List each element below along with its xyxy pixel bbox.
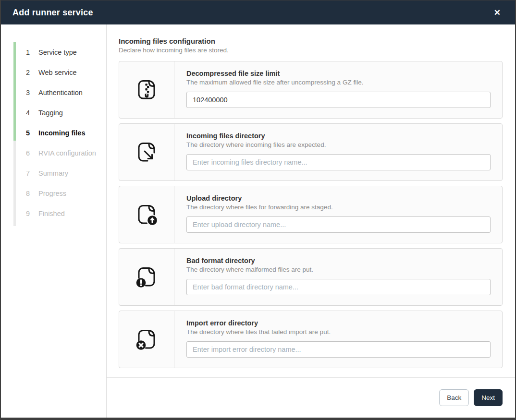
step-number: 8: [26, 190, 38, 197]
field-title: Bad format directory: [186, 257, 491, 264]
sidebar-step-service-type[interactable]: 1 Service type: [1, 42, 106, 62]
step-number: 4: [26, 109, 38, 117]
import-error-directory-input[interactable]: [186, 341, 491, 358]
next-button[interactable]: Next: [474, 389, 503, 407]
step-number: 3: [26, 89, 38, 96]
modal-title: Add runner service: [12, 8, 93, 18]
step-label: Summary: [38, 169, 68, 177]
upload-directory-card: Upload directory The directory where fil…: [119, 186, 503, 243]
modal-body: 1 Service type 2 Web service 3 Authentic…: [1, 24, 515, 418]
step-label: Incoming files: [38, 129, 86, 137]
decompressed-file-size-limit-card: Decompressed file size limit The maximum…: [119, 61, 503, 119]
wizard-sidebar: 1 Service type 2 Web service 3 Authentic…: [1, 24, 107, 418]
bad-format-directory-card: Bad format directory The directory where…: [119, 248, 503, 306]
field-description: The directory where files that failed im…: [186, 328, 491, 336]
field-title: Upload directory: [186, 194, 491, 202]
step-label: Authentication: [38, 89, 83, 96]
decompressed-file-size-limit-input[interactable]: [186, 92, 491, 108]
step-number: 1: [26, 48, 38, 56]
field-description: The directory where files for forwarding…: [186, 204, 491, 211]
sidebar-step-incoming-files[interactable]: 5 Incoming files: [1, 123, 106, 143]
step-label: Service type: [38, 48, 77, 56]
field-card-list: Decompressed file size limit The maximum…: [119, 61, 503, 368]
field-description: The maximum allowed file size after unco…: [186, 79, 491, 86]
sidebar-step-summary[interactable]: 7 Summary: [1, 163, 106, 183]
sidebar-step-finished[interactable]: 9 Finished: [1, 204, 106, 224]
incoming-files-directory-input[interactable]: [186, 154, 491, 170]
step-label: Progress: [38, 190, 66, 197]
step-label: Web service: [38, 69, 77, 76]
back-button[interactable]: Back: [439, 389, 469, 407]
step-number: 5: [26, 129, 38, 137]
bad-format-directory-input[interactable]: [186, 279, 491, 295]
step-number: 6: [26, 149, 38, 157]
sidebar-step-tagging[interactable]: 4 Tagging: [1, 103, 106, 123]
upload-directory-input[interactable]: [186, 216, 491, 233]
field-icon-cell: [119, 186, 174, 243]
file-alert-icon: [133, 264, 160, 290]
wizard-footer: Back Next: [107, 377, 515, 418]
field-title: Import error directory: [186, 319, 491, 327]
file-incoming-icon: [133, 139, 160, 166]
form-area: Incoming files configuration Declare how…: [107, 24, 515, 377]
field-title: Decompressed file size limit: [186, 70, 491, 77]
import-error-directory-card: Import error directory The directory whe…: [119, 311, 503, 368]
add-runner-service-modal: Add runner service ✕ 1 Service type 2 We…: [1, 0, 515, 418]
file-upload-icon: [133, 201, 160, 228]
field-icon-cell: [119, 249, 174, 305]
close-icon[interactable]: ✕: [491, 7, 504, 19]
file-error-icon: [133, 326, 160, 353]
step-number: 7: [26, 169, 38, 177]
field-icon-cell: [119, 61, 174, 118]
modal-header: Add runner service ✕: [1, 0, 515, 24]
incoming-files-directory-card: Incoming files directory The directory w…: [119, 123, 503, 181]
step-label: RVIA configuration: [38, 149, 96, 157]
field-description: The directory where malformed files are …: [186, 266, 491, 273]
field-title: Incoming files directory: [186, 132, 491, 140]
step-content: Incoming files configuration Declare how…: [107, 24, 515, 418]
field-description: The directory where incoming files are e…: [186, 141, 491, 148]
field-icon-cell: [119, 124, 174, 180]
step-number: 2: [26, 69, 38, 76]
field-icon-cell: [119, 311, 174, 368]
step-list: 1 Service type 2 Web service 3 Authentic…: [1, 42, 106, 224]
sidebar-step-authentication[interactable]: 3 Authentication: [1, 83, 106, 103]
sidebar-step-rvia-configuration[interactable]: 6 RVIA configuration: [1, 143, 106, 163]
page-subtitle: Declare how incoming files are stored.: [119, 47, 503, 54]
step-number: 9: [26, 210, 38, 217]
sidebar-step-progress[interactable]: 8 Progress: [1, 183, 106, 204]
sidebar-step-web-service[interactable]: 2 Web service: [1, 62, 106, 83]
file-zip-icon: [133, 76, 160, 103]
page-title: Incoming files configuration: [119, 37, 503, 45]
step-label: Tagging: [38, 109, 63, 117]
step-label: Finished: [38, 210, 65, 217]
